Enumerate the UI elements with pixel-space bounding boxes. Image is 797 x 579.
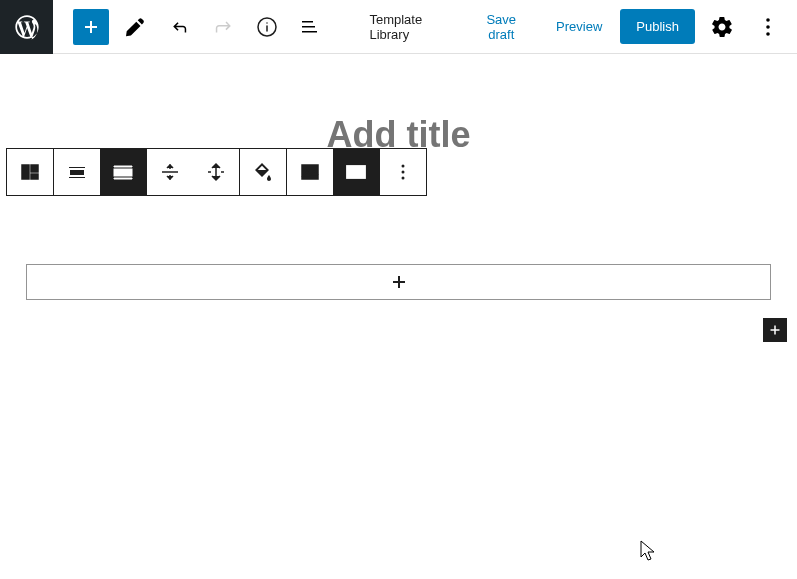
pencil-icon (123, 15, 147, 39)
plus-icon (387, 270, 411, 294)
wordpress-icon (13, 13, 41, 41)
svg-rect-8 (114, 169, 132, 176)
info-button[interactable] (249, 9, 285, 45)
mouse-cursor (640, 540, 658, 562)
svg-rect-7 (70, 170, 84, 175)
redo-icon (211, 15, 235, 39)
redo-button[interactable] (205, 9, 241, 45)
block-more-options-button[interactable] (380, 149, 426, 195)
height-icon (204, 160, 228, 184)
settings-button[interactable] (705, 9, 740, 45)
topbar-left-tools (53, 9, 329, 45)
paint-bucket-icon (251, 160, 275, 184)
block-toolbar (6, 148, 427, 196)
image-icon (298, 160, 322, 184)
media-button[interactable] (287, 149, 333, 195)
gear-icon (710, 15, 734, 39)
block-type-button[interactable] (7, 149, 53, 195)
plus-icon (79, 15, 103, 39)
publish-button[interactable]: Publish (620, 9, 695, 44)
min-height-button[interactable] (193, 149, 239, 195)
svg-rect-5 (31, 165, 38, 172)
fullwidth-icon (344, 160, 368, 184)
more-vertical-icon (756, 15, 780, 39)
template-library-button[interactable]: Template Library (369, 12, 464, 42)
svg-rect-12 (351, 169, 361, 175)
save-draft-button[interactable]: Save draft (464, 4, 538, 50)
svg-point-2 (766, 25, 770, 29)
list-view-icon (299, 15, 323, 39)
valign-center-icon (158, 160, 182, 184)
svg-rect-4 (22, 165, 29, 179)
add-block-appender[interactable] (26, 264, 771, 300)
align-wide-icon (65, 160, 89, 184)
background-color-button[interactable] (240, 149, 286, 195)
preview-button[interactable]: Preview (548, 11, 610, 42)
columns-icon (18, 160, 42, 184)
wordpress-logo-button[interactable] (0, 0, 53, 54)
align-wide-button[interactable] (54, 149, 100, 195)
add-block-button[interactable] (73, 9, 109, 45)
toggle-fullwidth-button[interactable] (333, 149, 379, 195)
undo-button[interactable] (161, 9, 197, 45)
top-toolbar: Template Library Save draft Preview Publ… (0, 0, 797, 54)
floating-add-block-button[interactable] (763, 318, 787, 342)
topbar-right-actions: Save draft Preview Publish (464, 4, 797, 50)
svg-point-15 (402, 177, 405, 180)
svg-point-13 (402, 165, 405, 168)
more-options-button[interactable] (750, 9, 785, 45)
plus-icon (766, 321, 784, 339)
align-full-icon (111, 160, 135, 184)
undo-icon (167, 15, 191, 39)
svg-rect-6 (31, 174, 38, 179)
list-view-button[interactable] (293, 9, 329, 45)
svg-point-14 (402, 171, 405, 174)
align-full-button[interactable] (100, 149, 146, 195)
vertical-align-center-button[interactable] (147, 149, 193, 195)
more-vertical-icon (391, 160, 415, 184)
svg-point-1 (766, 18, 770, 22)
edit-tool-button[interactable] (117, 9, 153, 45)
info-icon (255, 15, 279, 39)
svg-point-3 (766, 32, 770, 36)
